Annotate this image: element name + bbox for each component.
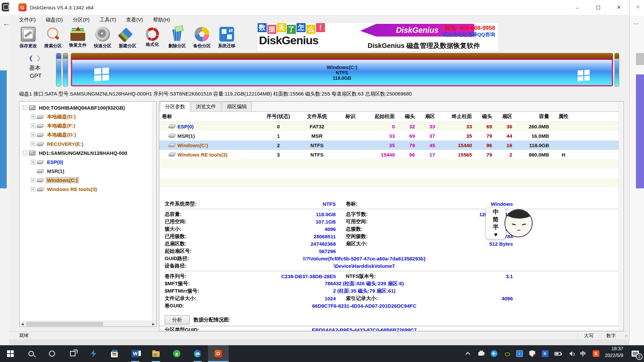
tray-intel-graphics-icon[interactable]: i: [516, 350, 523, 357]
column-header-3[interactable]: 标识: [337, 112, 364, 122]
menu-item-文[interactable]: 文件(F): [19, 17, 36, 23]
tab-浏览文件[interactable]: 浏览文件: [191, 102, 221, 111]
taskbar-browser-360-icon[interactable]: e: [166, 345, 187, 362]
table-row[interactable]: Windows(C:)2NTFS357945154409616118.0GB: [159, 140, 624, 150]
partition-bar-windows-c[interactable]: Windows(C:) NTFS 118.0GB: [71, 53, 613, 86]
tree-item-msr-1-[interactable]: MSR(1): [19, 167, 156, 176]
tree-item-hd0-toshibamq04abf100-932gb-[interactable]: -HD0:TOSHIBAMQ04ABF100(932GB): [19, 103, 156, 112]
toolbar-backup-partition-button[interactable]: 备份分区: [190, 25, 214, 52]
tree-expander-icon[interactable]: -: [23, 106, 27, 110]
tree-item--g-[interactable]: +本地磁盘(G:): [19, 130, 156, 139]
tree-horizontal-scrollbar[interactable]: ◀ ▶: [19, 321, 156, 326]
tree-expander-icon[interactable]: -: [23, 151, 27, 155]
partition-bar-msr[interactable]: [63, 53, 68, 86]
tree-expander-icon[interactable]: +: [31, 115, 35, 119]
partition-bar-esp[interactable]: [56, 53, 61, 86]
menu-item-工[interactable]: 工具(T): [100, 17, 116, 23]
scroll-left-arrow-icon[interactable]: ◀: [19, 322, 25, 326]
prev-disk-arrow-icon[interactable]: ❮: [29, 55, 33, 61]
tree-item--f-[interactable]: +本地磁盘(F:): [19, 121, 156, 130]
tree-expander-icon[interactable]: +: [31, 178, 35, 182]
taskbar-search-icon[interactable]: [21, 345, 42, 362]
tray-nvidia-settings-icon[interactable]: [503, 350, 511, 357]
toolbar-delete-partition-button[interactable]: 删除分区: [165, 25, 190, 52]
toolbar-new-partition-button[interactable]: 新建分区: [115, 25, 140, 52]
tray-tray-expand-chevron-icon[interactable]: [465, 350, 472, 357]
ime-avatar[interactable]: [504, 209, 533, 237]
ime-item-♥[interactable]: ♥: [494, 232, 498, 238]
column-header-1[interactable]: 序号(状态): [260, 112, 297, 122]
analyze-button[interactable]: 分析: [165, 315, 190, 324]
column-header-2[interactable]: 文件系统: [297, 112, 337, 122]
close-button[interactable]: ✕: [608, 0, 629, 15]
scrollbar-thumb[interactable]: [26, 322, 103, 326]
tree-expander-icon[interactable]: +: [31, 133, 35, 137]
banner-qq-link[interactable]: 或点击此处选择QQ咨询: [442, 32, 495, 38]
tree-item-hd1-samsungmznln128hahq-000[interactable]: -HD1:SAMSUNGMZNLN128HAHQ-000: [19, 148, 156, 158]
taskbar-cortana-icon[interactable]: [42, 345, 62, 362]
toolbar-search-partition-button[interactable]: 搜索分区: [41, 25, 65, 52]
tree-item-recovery-e-[interactable]: +RECOVERY(E:): [19, 139, 156, 148]
menu-item-分[interactable]: 分区(P): [73, 17, 90, 23]
tab-分区参数[interactable]: 分区参数: [160, 102, 190, 112]
tray-sogou-icon[interactable]: S: [592, 350, 600, 357]
promo-banner[interactable]: 数据丢了怎么！ DiskGenius DiskGenius 致电: 400-00…: [257, 22, 499, 52]
tree-item-windows-re-tools-3-[interactable]: +Windows RE tools(3): [19, 185, 156, 194]
table-row[interactable]: ESP(0)0FAT3203233336936260.0MB: [159, 122, 624, 131]
column-header-6[interactable]: 扇区: [418, 112, 438, 122]
column-header-8[interactable]: 磁头: [475, 112, 495, 122]
tray-volume-icon[interactable]: [567, 350, 574, 357]
tree-expander-icon[interactable]: +: [31, 160, 35, 164]
menu-item-磁[interactable]: 磁盘(D): [46, 17, 63, 23]
toolbar-save-changes-button[interactable]: 保存更改: [16, 25, 41, 52]
taskbar-microsoft-store-icon[interactable]: [104, 345, 125, 362]
table-row[interactable]: MSR(1)1MSR33693735794416.0MB: [159, 131, 624, 140]
minimize-button[interactable]: –: [567, 0, 588, 15]
taskbar-clock[interactable]: 18:37 2022/5/9: [602, 345, 627, 362]
taskbar-edge-icon[interactable]: [187, 345, 208, 362]
column-header-5[interactable]: 磁头: [397, 112, 418, 122]
ime-item-中[interactable]: 中: [493, 209, 499, 215]
menu-item-帮[interactable]: 帮助(H): [153, 17, 170, 23]
taskbar-flash-app-icon[interactable]: [83, 345, 104, 362]
ime-item-简[interactable]: 简: [493, 217, 499, 223]
tray-defender-alert-icon[interactable]: [529, 350, 536, 357]
column-header-7[interactable]: 终止柱面: [438, 112, 475, 122]
partition-bar-windows-re[interactable]: [614, 53, 619, 86]
toolbar-system-migration-button[interactable]: 系统迁移: [214, 25, 239, 52]
column-header-0[interactable]: 卷标: [159, 112, 260, 122]
detail-vertical-scrollbar[interactable]: [619, 102, 624, 331]
table-row[interactable]: Windows RE tools(3)3NTFS1544096171556579…: [159, 150, 624, 159]
tree-vertical-scrollbar[interactable]: [152, 102, 156, 321]
taskbar-diskgenius-icon[interactable]: G: [208, 345, 229, 362]
tray-snowflake-app-icon[interactable]: ❄: [541, 350, 549, 357]
scroll-right-arrow-icon[interactable]: ▶: [151, 322, 156, 326]
tree-expander-icon[interactable]: +: [31, 124, 35, 128]
tree-item-esp-0-[interactable]: +ESP(0): [19, 158, 156, 167]
menu-item-查[interactable]: 查看(V): [126, 17, 143, 23]
tree-expander-icon[interactable]: +: [31, 187, 35, 191]
next-disk-arrow-icon[interactable]: ❯: [36, 55, 41, 61]
maximize-button[interactable]: [588, 0, 608, 15]
tray-telegram-icon[interactable]: [490, 350, 498, 357]
action-center-button[interactable]: 2: [627, 345, 644, 362]
resize-grip[interactable]: [622, 333, 629, 339]
toolbar-quick-partition-button[interactable]: 快速分区: [90, 25, 115, 52]
taskbar-task-view-icon[interactable]: [62, 345, 83, 362]
tray-power-battery-icon[interactable]: [554, 350, 561, 357]
column-header-10[interactable]: 容量: [515, 112, 552, 122]
toolbar-recover-files-button[interactable]: 恢复文件: [65, 25, 90, 52]
ime-item-半[interactable]: 半: [493, 224, 499, 230]
taskbar-word-icon[interactable]: W: [125, 345, 146, 362]
column-header-4[interactable]: 起始柱面: [364, 112, 397, 122]
tree-item-windows-c-[interactable]: +Windows(C:): [19, 176, 156, 185]
tree-item--d-[interactable]: +本地磁盘(D:): [19, 112, 156, 121]
tray-printer-status-icon[interactable]: [478, 350, 485, 357]
column-header-11[interactable]: 属性: [552, 112, 575, 122]
taskbar-start-button[interactable]: [0, 345, 21, 362]
tree-expander-icon[interactable]: +: [31, 142, 35, 146]
tray-ime-language-icon[interactable]: 中: [580, 350, 587, 357]
taskbar-file-explorer-icon[interactable]: [146, 345, 166, 362]
toolbar-format-button[interactable]: 格式化: [140, 25, 165, 52]
column-header-9[interactable]: 扇区: [495, 112, 515, 122]
